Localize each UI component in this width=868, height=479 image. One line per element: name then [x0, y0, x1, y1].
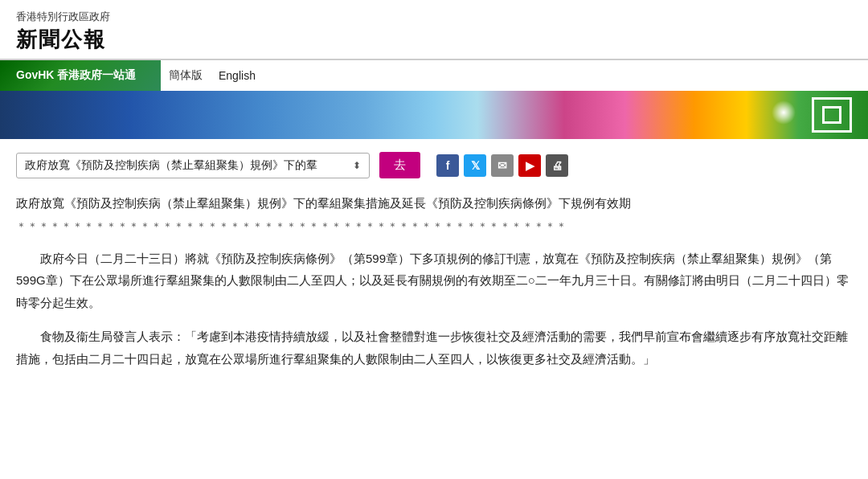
- logo-inner: [822, 106, 841, 124]
- facebook-icon[interactable]: f: [436, 154, 459, 177]
- navbar: GovHK 香港政府一站通 簡体版 English: [0, 60, 868, 91]
- page-header: 香港特別行政區政府 新聞公報: [0, 0, 868, 60]
- govhk-link[interactable]: GovHK 香港政府一站通: [0, 60, 161, 91]
- chevron-down-icon: ⬍: [353, 160, 361, 171]
- youtube-icon[interactable]: ▶: [518, 154, 541, 177]
- english-link[interactable]: English: [219, 69, 256, 82]
- dropdown-value: 政府放寬《預防及控制疾病（禁止羣組聚集）規例》下的羣: [25, 158, 317, 173]
- header-subtitle: 香港特別行政區政府: [16, 10, 852, 24]
- logo-box: [812, 97, 852, 133]
- header-title: 新聞公報: [16, 26, 852, 54]
- decorative-banner: [0, 91, 868, 139]
- toolbar-row: 政府放寬《預防及控制疾病（禁止羣組聚集）規例》下的羣 ⬍ 去 f 𝕏 ✉ ▶ 🖨: [16, 152, 852, 178]
- email-icon[interactable]: ✉: [491, 154, 514, 177]
- main-content: 政府放寬《預防及控制疾病（禁止羣組聚集）規例》下的羣 ⬍ 去 f 𝕏 ✉ ▶ 🖨…: [0, 139, 868, 394]
- stars-divider: ＊＊＊＊＊＊＊＊＊＊＊＊＊＊＊＊＊＊＊＊＊＊＊＊＊＊＊＊＊＊＊＊＊＊＊＊＊＊＊＊…: [16, 217, 852, 236]
- simplified-link[interactable]: 簡体版: [169, 68, 203, 83]
- navbar-links: 簡体版 English: [161, 60, 264, 91]
- social-icons-row: f 𝕏 ✉ ▶ 🖨: [436, 154, 568, 177]
- go-button[interactable]: 去: [379, 152, 420, 178]
- print-icon[interactable]: 🖨: [546, 154, 568, 177]
- article-body: 政府放寬《預防及控制疾病（禁止羣組聚集）規例》下的羣組聚集措施及延長《預防及控制…: [16, 193, 852, 370]
- article-paragraph-2: 食物及衞生局發言人表示：「考慮到本港疫情持續放緩，以及社會整體對進一步恢復社交及…: [16, 325, 852, 371]
- twitter-icon[interactable]: 𝕏: [464, 154, 486, 177]
- article-paragraph-1: 政府今日（二月二十三日）將就《預防及控制疾病條例》（第599章）下多項規例的修訂…: [16, 248, 852, 314]
- article-dropdown[interactable]: 政府放寬《預防及控制疾病（禁止羣組聚集）規例》下的羣 ⬍: [16, 153, 370, 178]
- sparkle-decoration: [772, 100, 796, 125]
- article-title: 政府放寬《預防及控制疾病（禁止羣組聚集）規例》下的羣組聚集措施及延長《預防及控制…: [16, 193, 852, 214]
